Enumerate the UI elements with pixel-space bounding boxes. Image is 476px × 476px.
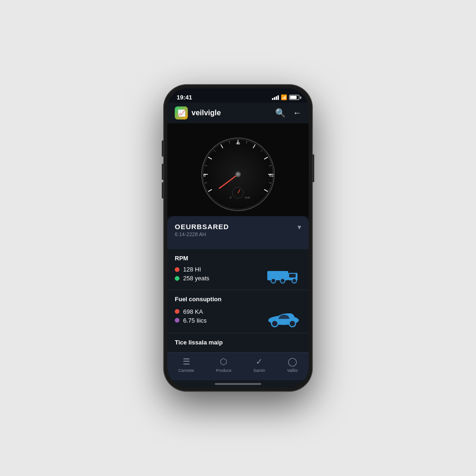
svg-text:62: 62 <box>269 173 274 178</box>
svg-point-37 <box>271 320 278 327</box>
svg-point-32 <box>271 278 276 283</box>
fuel-section: Fuel consuption 698 KA 6.75 liics <box>167 290 309 333</box>
battery-fill <box>290 96 297 99</box>
tab-cannete[interactable]: ☰ Cannete <box>178 357 194 373</box>
app-title: veilvigle <box>192 109 221 117</box>
status-time: 19:41 <box>177 94 192 101</box>
fuel-item-2: 6.75 liics <box>175 317 264 324</box>
vehicle-subtitle: 6:14-2228 AH <box>175 231 229 237</box>
tab-samin-icon: ✓ <box>256 357 263 367</box>
fuel-title: Fuel consuption <box>175 296 301 303</box>
status-icons: 📶 <box>272 94 299 100</box>
rpm-section: RPM 128 HI 258 yeats <box>167 249 309 290</box>
tab-bar: ☰ Cannete ⬡ Produce ✓ Samin ◯ Valliis <box>167 352 309 380</box>
fuel-item-1: 698 KA <box>175 308 264 315</box>
svg-point-33 <box>280 278 285 283</box>
dot-red-1 <box>175 267 179 272</box>
rpm-item-1: 128 HI <box>175 266 264 273</box>
rpm-row: 128 HI 258 yeats <box>175 265 301 284</box>
fuel-stats: 698 KA 6.75 liics <box>175 308 264 326</box>
search-icon[interactable]: 🔍 <box>275 108 285 118</box>
svg-point-34 <box>292 278 297 283</box>
phone-screen: 19:41 📶 📈 veilvigle 🔍 <box>167 88 309 388</box>
car-svg <box>266 306 301 327</box>
tab-produce-icon: ⬡ <box>220 357 227 367</box>
rpm-stats: 128 HI 258 yeats <box>175 266 264 284</box>
home-indicator <box>167 380 309 388</box>
notch <box>210 88 266 101</box>
svg-text:km/h: km/h <box>245 196 250 199</box>
tab-samin-label: Samin <box>253 368 265 373</box>
app-logo: 📈 <box>175 106 188 119</box>
rpm-value-1: 128 HI <box>183 266 201 273</box>
tab-cannete-icon: ☰ <box>183 357 190 367</box>
app-header: 📈 veilvigle 🔍 ← <box>167 103 309 123</box>
signal-icon <box>272 95 279 100</box>
rpm-value-2: 258 yeats <box>183 275 209 282</box>
rpm-title: RPM <box>175 255 301 262</box>
truck-icon <box>264 265 301 284</box>
svg-rect-35 <box>287 275 289 276</box>
battery-icon <box>289 95 299 100</box>
tab-valliis[interactable]: ◯ Valliis <box>287 357 298 373</box>
dot-red-2 <box>175 309 179 314</box>
tab-produce[interactable]: ⬡ Produce <box>216 357 232 373</box>
rpm-item-2: 258 yeats <box>175 275 264 282</box>
tire-section: Tice Iissala maip 155 KA 250 X yeats <box>167 333 309 352</box>
car-icon <box>264 306 301 327</box>
tab-produce-label: Produce <box>216 368 232 373</box>
phone-device: 19:41 📶 📈 veilvigle 🔍 <box>164 85 312 391</box>
wifi-icon: 📶 <box>281 94 287 100</box>
svg-rect-31 <box>289 274 296 278</box>
gauge-svg: 6 62 49 S km/h <box>192 128 284 212</box>
truck-svg <box>266 265 301 284</box>
dot-green-1 <box>175 276 179 281</box>
tire-title: Tice Iissala maip <box>175 339 301 346</box>
scrollable-content[interactable]: OEURBSARED 6:14-2228 AH ▾ RPM 128 H <box>167 216 309 352</box>
svg-text:S: S <box>230 196 231 199</box>
fuel-row: 698 KA 6.75 liics <box>175 306 301 327</box>
tab-samin[interactable]: ✓ Samin <box>253 357 265 373</box>
back-icon[interactable]: ← <box>293 108 301 118</box>
speedometer-container: 6 62 49 S km/h <box>192 128 284 212</box>
vehicle-info: OEURBSARED 6:14-2228 AH <box>175 223 229 237</box>
tab-valliis-label: Valliis <box>287 368 298 373</box>
chevron-down-icon[interactable]: ▾ <box>298 223 301 231</box>
header-left: 📈 veilvigle <box>175 106 221 119</box>
svg-point-38 <box>289 320 296 327</box>
vehicle-card: OEURBSARED 6:14-2228 AH ▾ <box>167 216 309 249</box>
home-bar <box>215 383 261 385</box>
dot-purple-1 <box>175 318 179 323</box>
tab-valliis-icon: ◯ <box>288 357 297 367</box>
stats-content: RPM 128 HI 258 yeats <box>167 249 309 352</box>
vehicle-name: OEURBSARED <box>175 223 229 231</box>
fuel-value-1: 698 KA <box>183 308 203 315</box>
fuel-value-2: 6.75 liics <box>183 317 207 324</box>
svg-text:49: 49 <box>236 141 240 145</box>
svg-text:6: 6 <box>203 173 205 178</box>
card-header: OEURBSARED 6:14-2228 AH ▾ <box>175 223 301 237</box>
svg-rect-29 <box>267 271 288 280</box>
speedometer-section: 6 62 49 S km/h <box>167 123 309 216</box>
svg-point-26 <box>237 173 239 176</box>
tab-cannete-label: Cannete <box>178 368 194 373</box>
header-icons: 🔍 ← <box>275 108 301 118</box>
